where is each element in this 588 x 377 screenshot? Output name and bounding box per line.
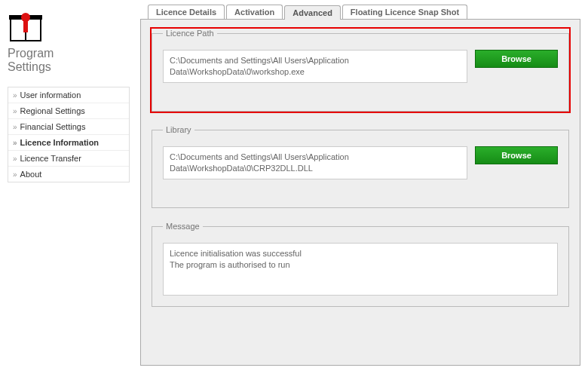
app-title-line2: Settings bbox=[8, 60, 51, 73]
main-panel: Licence Details Activation Advanced Floa… bbox=[136, 0, 588, 377]
licence-path-group: Licence Path C:\Documents and Settings\A… bbox=[152, 29, 569, 112]
licence-path-input[interactable]: C:\Documents and Settings\All Users\Appl… bbox=[163, 50, 467, 83]
library-legend: Library bbox=[163, 125, 194, 134]
sidebar-item-licence-transfer[interactable]: Licence Transfer bbox=[8, 151, 129, 167]
message-legend: Message bbox=[163, 222, 203, 231]
sidebar: Program Settings User information Region… bbox=[0, 0, 136, 377]
licence-path-browse-button[interactable]: Browse bbox=[475, 50, 558, 68]
sidebar-nav: User information Regional Settings Finan… bbox=[8, 87, 130, 182]
message-group: Message Licence initialisation was succe… bbox=[152, 222, 569, 307]
tab-activation[interactable]: Activation bbox=[226, 5, 283, 19]
tab-bar: Licence Details Activation Advanced Floa… bbox=[148, 5, 580, 19]
app-title: Program Settings bbox=[8, 47, 130, 75]
sidebar-item-about[interactable]: About bbox=[8, 167, 129, 182]
sidebar-item-financial-settings[interactable]: Financial Settings bbox=[8, 119, 129, 135]
tab-content: Licence Path C:\Documents and Settings\A… bbox=[140, 19, 580, 366]
library-group: Library C:\Documents and Settings\All Us… bbox=[152, 125, 569, 208]
tab-licence-details[interactable]: Licence Details bbox=[148, 5, 225, 19]
licence-path-legend: Licence Path bbox=[163, 29, 217, 38]
library-input[interactable]: C:\Documents and Settings\All Users\Appl… bbox=[163, 146, 467, 179]
sidebar-item-licence-information[interactable]: Licence Information bbox=[8, 135, 129, 151]
svg-rect-4 bbox=[23, 19, 28, 32]
tab-advanced[interactable]: Advanced bbox=[284, 5, 341, 20]
sidebar-item-regional-settings[interactable]: Regional Settings bbox=[8, 103, 129, 119]
message-box: Licence initialisation was successful Th… bbox=[163, 243, 558, 296]
library-browse-button[interactable]: Browse bbox=[475, 146, 558, 164]
app-logo bbox=[8, 8, 45, 44]
tab-floating-licence-snap-shot[interactable]: Floating Licence Snap Shot bbox=[342, 5, 467, 19]
app-title-line1: Program bbox=[8, 47, 54, 60]
sidebar-item-user-information[interactable]: User information bbox=[8, 87, 129, 103]
